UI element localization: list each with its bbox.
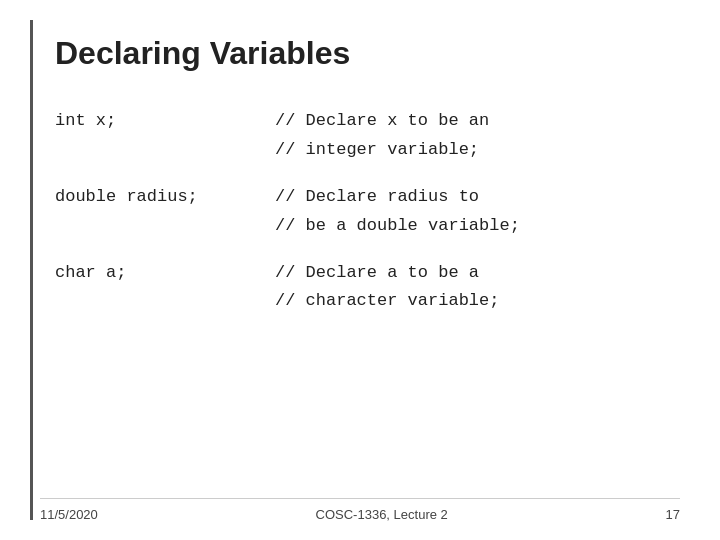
code-left-double: double radius; bbox=[55, 183, 275, 212]
code-right-char: // Declare a to be a // character variab… bbox=[275, 259, 499, 317]
code-block: int x; // Declare x to be an // integer … bbox=[55, 107, 680, 316]
slide-container: Declaring Variables int x; // Declare x … bbox=[0, 0, 720, 540]
footer-page: 17 bbox=[666, 507, 680, 522]
code-left-char: char a; bbox=[55, 259, 275, 288]
code-row-char: char a; // Declare a to be a // characte… bbox=[55, 259, 680, 317]
code-right-int: // Declare x to be an // integer variabl… bbox=[275, 107, 489, 165]
slide-footer: 11/5/2020 COSC-1336, Lecture 2 17 bbox=[40, 498, 680, 522]
code-row-int: int x; // Declare x to be an // integer … bbox=[55, 107, 680, 165]
footer-date: 11/5/2020 bbox=[40, 507, 98, 522]
footer-course: COSC-1336, Lecture 2 bbox=[316, 507, 448, 522]
code-right-double: // Declare radius to // be a double vari… bbox=[275, 183, 520, 241]
slide-border-left bbox=[30, 20, 33, 520]
code-row-double: double radius; // Declare radius to // b… bbox=[55, 183, 680, 241]
slide-title: Declaring Variables bbox=[55, 30, 680, 72]
code-left-int: int x; bbox=[55, 107, 275, 136]
